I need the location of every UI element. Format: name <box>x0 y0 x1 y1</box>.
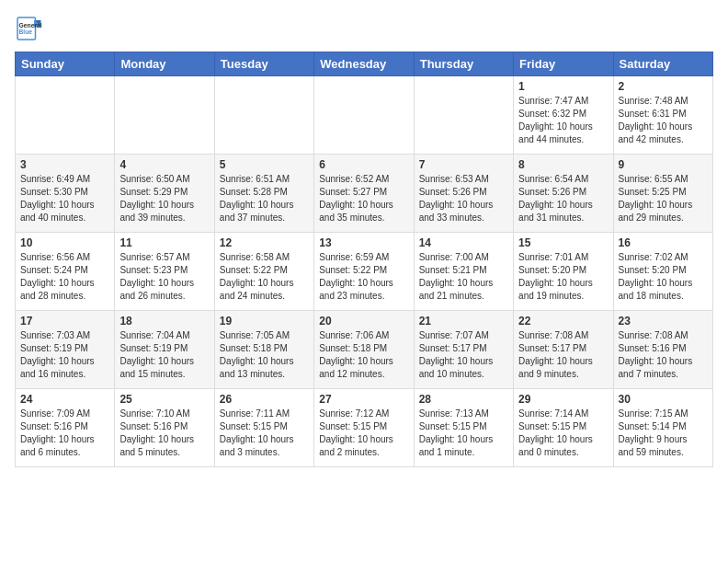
day-number: 13 <box>319 236 408 249</box>
day-number: 3 <box>20 158 109 171</box>
day-info: Sunrise: 7:02 AM Sunset: 5:20 PM Dayligh… <box>619 251 708 303</box>
day-number: 29 <box>518 393 608 406</box>
calendar-week-row: 1Sunrise: 7:47 AM Sunset: 6:32 PM Daylig… <box>16 76 713 155</box>
weekday-header: Tuesday <box>214 52 313 76</box>
calendar-cell: 26Sunrise: 7:11 AM Sunset: 5:15 PM Dayli… <box>214 389 313 467</box>
calendar-cell <box>115 76 214 155</box>
calendar-cell: 28Sunrise: 7:13 AM Sunset: 5:15 PM Dayli… <box>414 389 513 467</box>
day-number: 7 <box>419 158 508 171</box>
calendar-cell: 19Sunrise: 7:05 AM Sunset: 5:18 PM Dayli… <box>214 311 313 389</box>
calendar-header-row: SundayMondayTuesdayWednesdayThursdayFrid… <box>16 52 713 76</box>
day-info: Sunrise: 7:08 AM Sunset: 5:16 PM Dayligh… <box>619 329 708 381</box>
day-number: 12 <box>220 236 309 249</box>
logo-icon: General Blue <box>15 15 42 42</box>
calendar-cell: 22Sunrise: 7:08 AM Sunset: 5:17 PM Dayli… <box>514 311 613 389</box>
day-number: 6 <box>319 158 408 171</box>
day-info: Sunrise: 6:53 AM Sunset: 5:26 PM Dayligh… <box>419 173 508 224</box>
svg-text:Blue: Blue <box>19 29 33 35</box>
day-info: Sunrise: 7:08 AM Sunset: 5:17 PM Dayligh… <box>518 329 608 381</box>
day-info: Sunrise: 7:14 AM Sunset: 5:15 PM Dayligh… <box>518 408 608 459</box>
day-number: 24 <box>20 393 109 406</box>
day-info: Sunrise: 6:59 AM Sunset: 5:22 PM Dayligh… <box>319 251 408 303</box>
day-info: Sunrise: 7:01 AM Sunset: 5:20 PM Dayligh… <box>518 251 608 303</box>
day-info: Sunrise: 7:10 AM Sunset: 5:16 PM Dayligh… <box>119 408 209 459</box>
day-info: Sunrise: 6:57 AM Sunset: 5:23 PM Dayligh… <box>119 251 209 303</box>
day-info: Sunrise: 6:50 AM Sunset: 5:29 PM Dayligh… <box>119 173 209 224</box>
day-info: Sunrise: 7:03 AM Sunset: 5:19 PM Dayligh… <box>20 329 109 381</box>
day-number: 25 <box>119 393 209 406</box>
day-number: 8 <box>518 158 608 171</box>
calendar-cell: 8Sunrise: 6:54 AM Sunset: 5:26 PM Daylig… <box>514 155 613 233</box>
day-info: Sunrise: 7:06 AM Sunset: 5:18 PM Dayligh… <box>319 329 408 381</box>
calendar-cell: 30Sunrise: 7:15 AM Sunset: 5:14 PM Dayli… <box>613 389 712 467</box>
weekday-header: Wednesday <box>314 52 414 76</box>
day-info: Sunrise: 6:56 AM Sunset: 5:24 PM Dayligh… <box>20 251 109 303</box>
calendar-cell <box>314 76 414 155</box>
day-number: 18 <box>119 315 209 327</box>
day-number: 21 <box>419 315 508 327</box>
day-info: Sunrise: 6:54 AM Sunset: 5:26 PM Dayligh… <box>518 173 608 224</box>
day-info: Sunrise: 6:49 AM Sunset: 5:30 PM Dayligh… <box>20 173 109 224</box>
calendar-cell: 16Sunrise: 7:02 AM Sunset: 5:20 PM Dayli… <box>613 233 712 311</box>
day-number: 22 <box>518 315 608 327</box>
day-number: 11 <box>119 236 209 249</box>
calendar-week-row: 17Sunrise: 7:03 AM Sunset: 5:19 PM Dayli… <box>16 311 713 389</box>
weekday-header: Friday <box>514 52 613 76</box>
weekday-header: Saturday <box>613 52 712 76</box>
calendar-week-row: 24Sunrise: 7:09 AM Sunset: 5:16 PM Dayli… <box>16 389 713 467</box>
day-number: 2 <box>619 80 708 93</box>
weekday-header: Monday <box>115 52 214 76</box>
day-info: Sunrise: 6:58 AM Sunset: 5:22 PM Dayligh… <box>220 251 309 303</box>
calendar-cell: 29Sunrise: 7:14 AM Sunset: 5:15 PM Dayli… <box>514 389 613 467</box>
day-number: 10 <box>20 236 109 249</box>
calendar-cell <box>16 76 115 155</box>
day-info: Sunrise: 6:52 AM Sunset: 5:27 PM Dayligh… <box>319 173 408 224</box>
calendar-cell: 1Sunrise: 7:47 AM Sunset: 6:32 PM Daylig… <box>514 76 613 155</box>
day-number: 20 <box>319 315 408 327</box>
day-number: 15 <box>518 236 608 249</box>
weekday-header: Sunday <box>16 52 115 76</box>
calendar-cell: 12Sunrise: 6:58 AM Sunset: 5:22 PM Dayli… <box>214 233 313 311</box>
calendar-cell: 14Sunrise: 7:00 AM Sunset: 5:21 PM Dayli… <box>414 233 513 311</box>
calendar-cell: 3Sunrise: 6:49 AM Sunset: 5:30 PM Daylig… <box>16 155 115 233</box>
calendar-cell: 10Sunrise: 6:56 AM Sunset: 5:24 PM Dayli… <box>16 233 115 311</box>
calendar-cell: 15Sunrise: 7:01 AM Sunset: 5:20 PM Dayli… <box>514 233 613 311</box>
day-number: 28 <box>419 393 508 406</box>
day-info: Sunrise: 7:04 AM Sunset: 5:19 PM Dayligh… <box>119 329 209 381</box>
calendar-cell: 9Sunrise: 6:55 AM Sunset: 5:25 PM Daylig… <box>613 155 712 233</box>
calendar-cell: 6Sunrise: 6:52 AM Sunset: 5:27 PM Daylig… <box>314 155 414 233</box>
day-info: Sunrise: 7:09 AM Sunset: 5:16 PM Dayligh… <box>20 408 109 459</box>
calendar-cell: 4Sunrise: 6:50 AM Sunset: 5:29 PM Daylig… <box>115 155 214 233</box>
calendar-cell: 27Sunrise: 7:12 AM Sunset: 5:15 PM Dayli… <box>314 389 414 467</box>
calendar-cell: 7Sunrise: 6:53 AM Sunset: 5:26 PM Daylig… <box>414 155 513 233</box>
day-number: 23 <box>619 315 708 327</box>
calendar-week-row: 10Sunrise: 6:56 AM Sunset: 5:24 PM Dayli… <box>16 233 713 311</box>
calendar-cell <box>214 76 313 155</box>
calendar-cell: 23Sunrise: 7:08 AM Sunset: 5:16 PM Dayli… <box>613 311 712 389</box>
day-info: Sunrise: 7:47 AM Sunset: 6:32 PM Dayligh… <box>518 95 608 146</box>
calendar-cell: 11Sunrise: 6:57 AM Sunset: 5:23 PM Dayli… <box>115 233 214 311</box>
day-info: Sunrise: 7:15 AM Sunset: 5:14 PM Dayligh… <box>619 408 708 459</box>
day-number: 5 <box>220 158 309 171</box>
calendar-cell: 21Sunrise: 7:07 AM Sunset: 5:17 PM Dayli… <box>414 311 513 389</box>
calendar-cell <box>414 76 513 155</box>
day-info: Sunrise: 7:12 AM Sunset: 5:15 PM Dayligh… <box>319 408 408 459</box>
calendar-cell: 2Sunrise: 7:48 AM Sunset: 6:31 PM Daylig… <box>613 76 712 155</box>
svg-text:General: General <box>19 22 42 29</box>
day-info: Sunrise: 7:13 AM Sunset: 5:15 PM Dayligh… <box>419 408 508 459</box>
calendar-cell: 13Sunrise: 6:59 AM Sunset: 5:22 PM Dayli… <box>314 233 414 311</box>
calendar-cell: 18Sunrise: 7:04 AM Sunset: 5:19 PM Dayli… <box>115 311 214 389</box>
day-number: 4 <box>119 158 209 171</box>
day-number: 27 <box>319 393 408 406</box>
calendar-cell: 25Sunrise: 7:10 AM Sunset: 5:16 PM Dayli… <box>115 389 214 467</box>
page-header: General Blue <box>15 15 713 42</box>
calendar-cell: 17Sunrise: 7:03 AM Sunset: 5:19 PM Dayli… <box>16 311 115 389</box>
day-number: 17 <box>20 315 109 327</box>
day-info: Sunrise: 7:07 AM Sunset: 5:17 PM Dayligh… <box>419 329 508 381</box>
day-number: 1 <box>518 80 608 93</box>
day-info: Sunrise: 6:51 AM Sunset: 5:28 PM Dayligh… <box>220 173 309 224</box>
day-number: 9 <box>619 158 708 171</box>
day-number: 19 <box>220 315 309 327</box>
calendar-cell: 20Sunrise: 7:06 AM Sunset: 5:18 PM Dayli… <box>314 311 414 389</box>
calendar-table: SundayMondayTuesdayWednesdayThursdayFrid… <box>15 52 713 467</box>
